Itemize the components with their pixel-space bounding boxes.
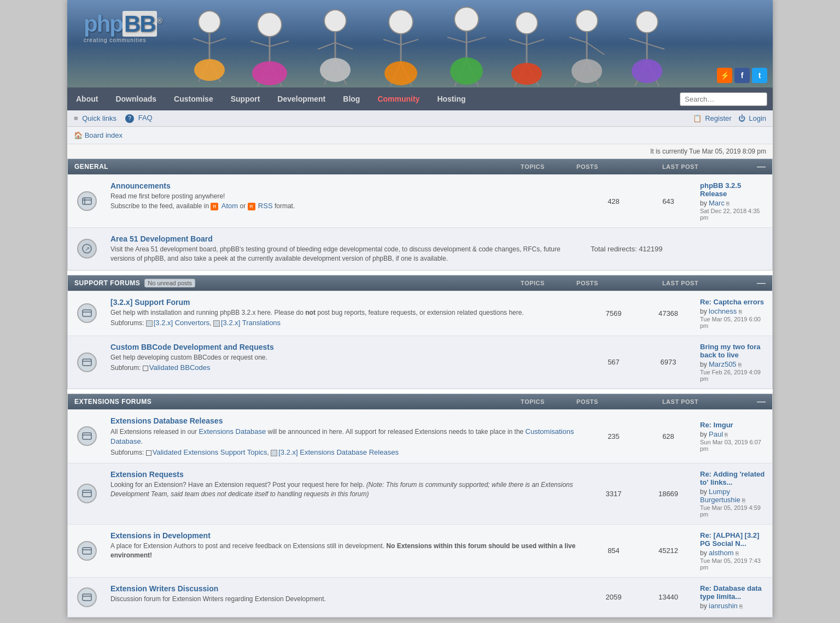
author-icon: ⎘ [739, 309, 742, 315]
forum-desc: Visit the Area 51 development board, php… [110, 245, 582, 263]
facebook-icon[interactable]: f [734, 68, 750, 83]
search-input[interactable] [680, 92, 767, 106]
forum-stats: Total redirects: 412199 [586, 232, 772, 266]
last-post-info: Re: [ALPHA] [3.2] PG Social N... by alst… [696, 529, 772, 573]
subforum-link[interactable]: Validated BBCodes [149, 363, 211, 372]
home-icon: 🏠 [74, 131, 83, 139]
nav-customise[interactable]: Customise [165, 87, 222, 110]
forum-icon-cell [68, 179, 106, 223]
svg-line-45 [587, 43, 604, 55]
section-columns: TOPICS POSTS LAST POST — [516, 397, 766, 406]
svg-point-28 [454, 7, 479, 31]
nav-development[interactable]: Development [269, 87, 334, 110]
twitter-icon[interactable]: t [752, 68, 767, 83]
forum-stats: 235 628 Re: Imgur by Paul ⎘ Sun Mar 03, … [586, 414, 772, 459]
subforum-icon [271, 450, 277, 456]
forum-subforums: Subforum: Validated BBCodes [110, 363, 582, 372]
faq-link[interactable]: ? FAQ [125, 114, 153, 123]
forum-stats: 854 45212 Re: [ALPHA] [3.2] PG Social N.… [586, 529, 772, 573]
nav-community[interactable]: Community [369, 87, 428, 110]
author-icon: ⎘ [742, 497, 745, 503]
subforum-link[interactable]: [3.2.x] Extensions Database Releases [278, 448, 399, 456]
svg-text:↗: ↗ [85, 245, 90, 252]
last-post-link[interactable]: Re: [ALPHA] [3.2] PG Social N... [700, 531, 759, 548]
forum-title-link[interactable]: Announcements [110, 181, 171, 190]
nav-about[interactable]: About [67, 87, 107, 110]
lastpost-col-header: LAST POST [626, 398, 735, 405]
collapse-button[interactable]: — [757, 162, 766, 171]
general-section-header: GENERAL TOPICS POSTS LAST POST — [68, 159, 772, 174]
register-link[interactable]: 📋 Register [693, 114, 732, 122]
rss-link[interactable]: RSS [258, 202, 273, 210]
forum-row: Extension Writers Discussion Discussion … [68, 577, 772, 617]
svg-line-23 [383, 39, 401, 45]
author-link[interactable]: Lumpy Burgertushie [700, 487, 740, 504]
nav-hosting[interactable]: Hosting [428, 87, 474, 110]
forum-desc: Looking for an Extension? Have an Extens… [110, 480, 582, 499]
topics-count: 3317 [586, 490, 641, 498]
login-link[interactable]: ⏻ Login [738, 114, 766, 122]
author-link[interactable]: Marc [709, 199, 725, 207]
svg-point-27 [384, 61, 417, 85]
forum-title-link[interactable]: Custom BBCode Development and Requests [110, 343, 274, 351]
nav-downloads[interactable]: Downloads [107, 87, 165, 110]
forum-title-link[interactable]: Extensions in Development [110, 531, 211, 540]
last-post-link[interactable]: Re: Imgur [700, 421, 733, 429]
last-post-link[interactable]: Re: Database data type limita... [700, 584, 762, 601]
collapse-button[interactable]: — [757, 279, 766, 287]
svg-line-9 [250, 41, 270, 46]
author-link[interactable]: Marz505 [709, 360, 737, 368]
svg-line-52 [647, 44, 664, 49]
svg-line-30 [447, 37, 466, 43]
author-icon: ⎘ [736, 550, 739, 556]
svg-rect-63 [83, 359, 91, 366]
logo-area[interactable]: phpBB® creating communities [84, 11, 161, 43]
author-link[interactable]: Paul [709, 430, 723, 438]
last-post-link[interactable]: phpBB 3.2.5 Release [700, 181, 741, 198]
forum-desc: A place for Extension Authors to post an… [110, 542, 582, 560]
posts-col-header: POSTS [571, 398, 604, 405]
forum-stats: 3317 18669 Re: Adding 'related to' links… [586, 468, 772, 520]
subforum-link[interactable]: Validated Extensions Support Topics [153, 448, 267, 456]
breadcrumb-home-link[interactable]: Board index [85, 131, 122, 139]
forum-desc: Read me first before posting anywhere! S… [110, 192, 582, 211]
nav-blog[interactable]: Blog [334, 87, 369, 110]
forum-title-link[interactable]: Extension Writers Discussion [110, 584, 218, 593]
collapse-button[interactable]: — [757, 397, 766, 406]
nav-support[interactable]: Support [222, 87, 269, 110]
forum-title-link[interactable]: Extensions Database Releases [110, 416, 223, 425]
author-link[interactable]: lochness [709, 307, 737, 315]
svg-point-6 [194, 59, 225, 81]
forum-title-link[interactable]: Area 51 Development Board [110, 234, 213, 243]
forum-title-link[interactable]: Extension Requests [110, 470, 184, 479]
forum-icon [77, 426, 97, 446]
forum-info: [3.2.x] Support Forum Get help with inst… [106, 296, 586, 331]
subforum-link[interactable]: [3.2.x] Translations [221, 319, 281, 327]
last-post-time: Tue Feb 26, 2019 4:09 pm [700, 369, 768, 382]
forum-desc: Get help developing custom BBCodes or re… [110, 353, 582, 362]
svg-rect-61 [83, 310, 91, 316]
svg-rect-67 [83, 490, 91, 497]
last-post-link[interactable]: Bring my two fora back to live [700, 343, 761, 359]
last-post-author: by Marz505 ⎘ [700, 360, 768, 368]
topics-col-header: TOPICS [516, 163, 549, 170]
support-section-title: SUPPORT FORUMS [74, 279, 140, 287]
svg-line-31 [466, 37, 486, 43]
subforum-link[interactable]: [3.2.x] Convertors [154, 319, 210, 327]
svg-line-24 [401, 39, 418, 45]
forum-icon-cell [68, 296, 106, 331]
ext-db-link[interactable]: Extensions Database [199, 427, 266, 436]
last-post-author: by Marc ⎘ [700, 199, 768, 207]
custom-db-link[interactable]: Customisations Database [110, 427, 574, 445]
forum-title-link[interactable]: [3.2.x] Support Forum [110, 298, 190, 307]
author-link[interactable]: alsthom [709, 549, 734, 557]
author-link[interactable]: ianrushin [709, 602, 738, 610]
svg-point-20 [320, 58, 351, 82]
last-post-time: Tue Mar 05, 2019 4:59 pm [700, 504, 768, 518]
last-post-link[interactable]: Re: Adding 'related to' links... [700, 470, 765, 486]
rss-icon[interactable]: ⚡ [717, 68, 732, 83]
quicklinks-link[interactable]: ≡ Quick links [74, 114, 116, 122]
last-post-link[interactable]: Re: Captcha errors [700, 298, 764, 306]
forum-redirect-icon: ↗ [77, 239, 97, 258]
atom-link[interactable]: Atom [221, 202, 238, 210]
